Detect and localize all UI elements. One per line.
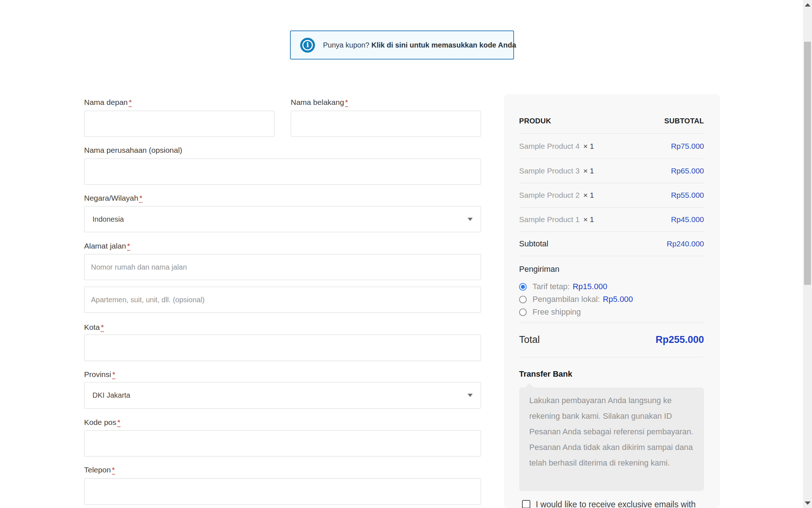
order-item-row: Sample Product 3× 1 Rp65.000 xyxy=(519,159,704,183)
postcode-label: Kode pos* xyxy=(84,418,120,426)
company-label: Nama perusahaan (opsional) xyxy=(84,146,182,154)
shipping-option-local-pickup[interactable]: Pengambilan lokal: Rp5.000 xyxy=(519,294,633,305)
coupon-toggle-link[interactable]: Klik di sini untuk memasukkan kode Anda xyxy=(371,41,516,49)
phone-input[interactable] xyxy=(84,478,481,505)
first-name-label: Nama depan* xyxy=(84,98,132,106)
divider xyxy=(519,357,704,357)
subtotal-row: Subtotal Rp240.000 xyxy=(519,232,704,256)
total-value: Rp255.000 xyxy=(655,334,704,345)
payment-description-text: Lakukan pembayaran Anda langsung ke reke… xyxy=(529,393,694,471)
required-asterisk: * xyxy=(117,418,120,427)
item-qty: × 1 xyxy=(583,215,594,224)
street-address-label: Alamat jalan* xyxy=(84,242,130,250)
info-icon: i xyxy=(300,38,315,53)
item-qty: × 1 xyxy=(583,191,594,199)
coupon-prefix: Punya kupon? xyxy=(323,41,371,49)
required-asterisk: * xyxy=(129,98,132,107)
order-summary-panel: PRODUK SUBTOTAL Sample Product 4× 1 Rp75… xyxy=(504,94,720,508)
required-asterisk: * xyxy=(139,194,142,203)
scrollbar[interactable] xyxy=(803,0,812,508)
coupon-banner: i Punya kupon? Klik di sini untuk memasu… xyxy=(290,30,514,60)
shipping-option-flat-rate[interactable]: Tarif tetap: Rp15.000 xyxy=(519,281,607,292)
item-qty: × 1 xyxy=(583,167,594,175)
produk-header: PRODUK xyxy=(519,117,551,125)
city-input[interactable] xyxy=(84,335,481,361)
city-label: Kota* xyxy=(84,323,104,331)
chevron-down-icon xyxy=(468,218,473,221)
scroll-up-arrow-icon[interactable] xyxy=(805,3,811,7)
province-label: Provinsi* xyxy=(84,370,115,378)
marketing-checkbox[interactable] xyxy=(522,500,530,508)
shipping-option-free-shipping[interactable]: Free shipping xyxy=(519,307,581,318)
order-table-header: PRODUK SUBTOTAL xyxy=(519,117,704,125)
shipping-heading: Pengiriman xyxy=(519,265,704,274)
total-row: Total Rp255.000 xyxy=(519,323,704,357)
item-price: Rp45.000 xyxy=(671,215,704,224)
coupon-text: Punya kupon? Klik di sini untuk memasukk… xyxy=(323,41,516,49)
radio-button[interactable] xyxy=(519,308,527,316)
radio-button-checked[interactable] xyxy=(519,283,527,291)
first-name-input[interactable] xyxy=(84,111,274,137)
company-input[interactable] xyxy=(84,159,481,185)
info-icon-glyph: i xyxy=(306,41,309,49)
last-name-label: Nama belakang* xyxy=(291,98,348,106)
phone-label: Telepon* xyxy=(84,466,115,474)
province-select-value: DKI Jakarta xyxy=(92,391,130,400)
last-name-input[interactable] xyxy=(291,111,481,137)
order-item-row: Sample Product 1× 1 Rp45.000 xyxy=(519,208,704,232)
item-qty: × 1 xyxy=(583,142,594,150)
scrollbar-thumb[interactable] xyxy=(804,42,811,285)
payment-method-title: Transfer Bank xyxy=(519,369,704,379)
country-label: Negara/Wilayah* xyxy=(84,194,142,202)
address-line1-input[interactable] xyxy=(84,254,481,280)
required-asterisk: * xyxy=(112,370,115,379)
required-asterisk: * xyxy=(127,242,130,251)
item-price: Rp65.000 xyxy=(671,167,704,175)
required-asterisk: * xyxy=(345,98,348,107)
total-label: Total xyxy=(519,334,540,345)
province-select[interactable]: DKI Jakarta xyxy=(84,382,481,409)
subtotal-label: Subtotal xyxy=(519,239,548,249)
postcode-input[interactable] xyxy=(84,430,481,456)
chevron-down-icon xyxy=(468,394,473,397)
payment-description-box: Lakukan pembayaran Anda langsung ke reke… xyxy=(519,388,704,491)
radio-button[interactable] xyxy=(519,296,527,303)
required-asterisk: * xyxy=(101,323,104,332)
item-name: Sample Product 2 xyxy=(519,191,580,199)
order-item-row: Sample Product 4× 1 Rp75.000 xyxy=(519,133,704,159)
item-price: Rp55.000 xyxy=(671,191,704,200)
marketing-optin-row[interactable]: I would like to receive exclusive emails… xyxy=(522,499,704,508)
marketing-optin-label: I would like to receive exclusive emails… xyxy=(536,499,696,508)
address-line2-input[interactable] xyxy=(84,287,481,313)
scroll-down-arrow-icon[interactable] xyxy=(805,501,811,505)
order-item-row: Sample Product 2× 1 Rp55.000 xyxy=(519,183,704,208)
item-price: Rp75.000 xyxy=(671,142,704,151)
required-asterisk: * xyxy=(112,466,115,475)
country-select[interactable]: Indonesia xyxy=(84,206,481,232)
item-name: Sample Product 3 xyxy=(519,167,580,175)
item-name: Sample Product 1 xyxy=(519,215,580,224)
item-name: Sample Product 4 xyxy=(519,142,580,150)
subtotal-header: SUBTOTAL xyxy=(664,117,704,125)
country-select-value: Indonesia xyxy=(92,215,124,224)
subtotal-value: Rp240.000 xyxy=(667,239,704,248)
